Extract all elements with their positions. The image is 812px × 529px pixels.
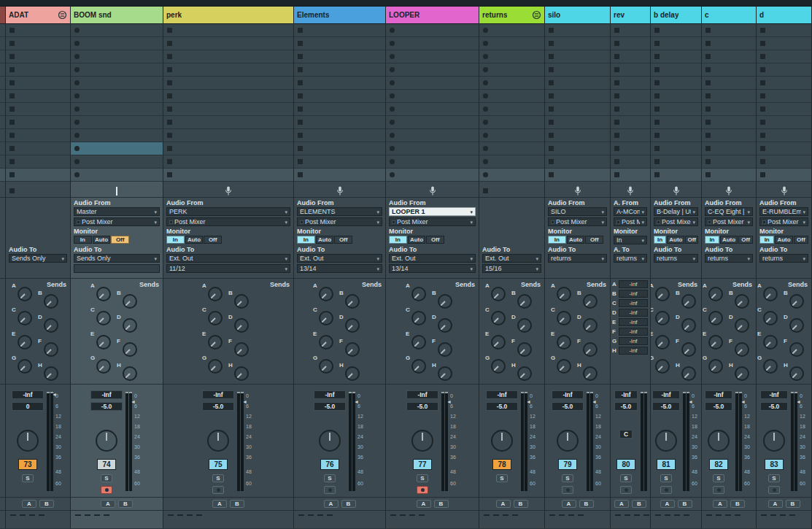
monitor-off-button[interactable]: Off bbox=[111, 236, 129, 244]
clip-slot[interactable] bbox=[479, 116, 544, 128]
clip-slot[interactable] bbox=[71, 37, 163, 50]
solo-button[interactable]: S bbox=[212, 474, 224, 482]
send-knob-b[interactable] bbox=[735, 294, 749, 309]
clip-slot[interactable] bbox=[386, 142, 479, 155]
clip-slot[interactable] bbox=[71, 90, 163, 102]
clip-slot[interactable] bbox=[163, 24, 293, 36]
crossfade-b-button[interactable]: B bbox=[118, 500, 133, 508]
clip-slot[interactable] bbox=[71, 129, 163, 142]
send-knob-a[interactable] bbox=[18, 287, 32, 301]
send-knob-c[interactable] bbox=[655, 311, 670, 325]
clip-slot[interactable] bbox=[479, 169, 544, 181]
clip-slot[interactable] bbox=[6, 103, 70, 115]
send-knob-b[interactable] bbox=[234, 294, 249, 309]
clip-slot[interactable] bbox=[757, 169, 811, 181]
send-amount-f[interactable]: -inf bbox=[619, 328, 648, 336]
send-knob-e[interactable] bbox=[18, 335, 32, 350]
clip-slot[interactable] bbox=[611, 129, 650, 142]
clip-slot[interactable] bbox=[651, 24, 701, 36]
clip-slot[interactable] bbox=[386, 50, 479, 63]
crossfade-a-button[interactable]: A bbox=[417, 500, 431, 508]
arm-button[interactable] bbox=[768, 486, 780, 494]
clip-slot[interactable] bbox=[702, 50, 756, 63]
clip-slot[interactable] bbox=[0, 77, 5, 89]
send-knob-a[interactable] bbox=[96, 287, 111, 301]
clip-slot[interactable] bbox=[0, 129, 5, 142]
send-knob-g[interactable] bbox=[708, 359, 723, 374]
volume-display[interactable]: -5.0 bbox=[90, 402, 123, 411]
send-knob-a[interactable] bbox=[557, 287, 571, 301]
send-knob-a[interactable] bbox=[319, 287, 333, 301]
send-knob-g[interactable] bbox=[557, 359, 571, 374]
peak-level-display[interactable]: -Inf bbox=[406, 390, 438, 399]
monitor-in-button[interactable]: In bbox=[389, 236, 407, 244]
output-routing-dropdown[interactable]: Sends Only▾ bbox=[9, 254, 67, 263]
arm-button[interactable] bbox=[562, 486, 573, 494]
send-knob-c[interactable] bbox=[491, 311, 506, 325]
crossfade-b-button[interactable]: B bbox=[514, 500, 528, 508]
clip-slot[interactable] bbox=[71, 155, 163, 168]
clip-slot[interactable] bbox=[545, 37, 610, 50]
clip-slot[interactable] bbox=[757, 37, 811, 50]
input-channel-dropdown[interactable]: Post M▾ bbox=[614, 217, 647, 226]
clip-slot[interactable] bbox=[6, 24, 70, 36]
monitor-auto-button[interactable]: Auto bbox=[667, 236, 684, 244]
clip-slot[interactable] bbox=[702, 142, 756, 155]
solo-button[interactable]: S bbox=[660, 474, 672, 482]
output-routing-dropdown[interactable]: Sends Only▾ bbox=[74, 254, 160, 263]
send-amount-b[interactable]: -inf bbox=[619, 290, 648, 298]
send-knob-c[interactable] bbox=[96, 311, 111, 325]
arm-button[interactable] bbox=[324, 486, 336, 494]
track-header[interactable]: Elements bbox=[294, 7, 385, 24]
clip-slot[interactable] bbox=[757, 24, 811, 36]
clip-slot[interactable] bbox=[545, 103, 610, 115]
send-knob-e[interactable] bbox=[491, 335, 506, 350]
send-knob-d[interactable] bbox=[517, 318, 532, 333]
track-activator-button[interactable]: 73 bbox=[18, 459, 37, 470]
output-channel-dropdown[interactable] bbox=[74, 264, 160, 273]
monitor-off-button[interactable]: Off bbox=[685, 236, 698, 244]
clip-slot[interactable] bbox=[702, 103, 756, 115]
monitor-off-button[interactable]: Off bbox=[204, 236, 222, 244]
pan-knob[interactable] bbox=[557, 430, 579, 452]
volume-display[interactable]: -5.0 bbox=[486, 402, 518, 411]
clip-slot[interactable] bbox=[757, 142, 811, 155]
output-routing-dropdown[interactable]: returns▾ bbox=[548, 254, 607, 263]
clip-slot[interactable] bbox=[6, 50, 70, 63]
clip-slot[interactable] bbox=[611, 116, 650, 128]
send-knob-h[interactable] bbox=[438, 366, 452, 381]
send-knob-c[interactable] bbox=[708, 311, 723, 325]
send-knob-e[interactable] bbox=[411, 335, 426, 350]
clip-slot[interactable] bbox=[545, 129, 610, 142]
peak-level-display[interactable]: -Inf bbox=[314, 390, 346, 399]
track-header[interactable]: d bbox=[757, 7, 811, 24]
clip-slot[interactable] bbox=[611, 50, 650, 63]
send-knob-h[interactable] bbox=[234, 366, 249, 381]
clip-slot[interactable] bbox=[294, 90, 385, 102]
clip-slot[interactable] bbox=[702, 24, 756, 36]
clip-slot[interactable] bbox=[0, 63, 5, 76]
volume-display[interactable]: -5.0 bbox=[552, 402, 584, 411]
clip-slot[interactable] bbox=[386, 24, 479, 36]
arm-button[interactable] bbox=[101, 486, 112, 494]
clip-slot[interactable] bbox=[0, 142, 5, 155]
send-knob-e[interactable] bbox=[96, 335, 111, 350]
input-channel-dropdown[interactable]: Post Mixer▾ bbox=[654, 217, 698, 226]
clip-slot[interactable] bbox=[545, 90, 610, 102]
monitor-in-button[interactable]: In bbox=[297, 236, 315, 244]
send-knob-b[interactable] bbox=[345, 294, 360, 309]
track-activator-button[interactable]: 77 bbox=[413, 459, 432, 470]
send-knob-c[interactable] bbox=[319, 311, 333, 325]
clip-slot[interactable] bbox=[757, 129, 811, 142]
send-knob-h[interactable] bbox=[345, 366, 360, 381]
clip-slot[interactable] bbox=[757, 155, 811, 168]
clip-slot[interactable] bbox=[386, 103, 479, 115]
input-channel-dropdown[interactable]: Post Mixer▾ bbox=[297, 217, 382, 226]
monitor-in-button[interactable]: In bbox=[548, 236, 566, 244]
clip-slot[interactable] bbox=[294, 142, 385, 155]
clip-slot[interactable] bbox=[71, 169, 163, 181]
clip-slot[interactable] bbox=[611, 24, 650, 36]
track-header[interactable]: returns bbox=[479, 7, 544, 24]
clip-slot[interactable] bbox=[294, 103, 385, 115]
clip-slot[interactable] bbox=[611, 169, 650, 181]
